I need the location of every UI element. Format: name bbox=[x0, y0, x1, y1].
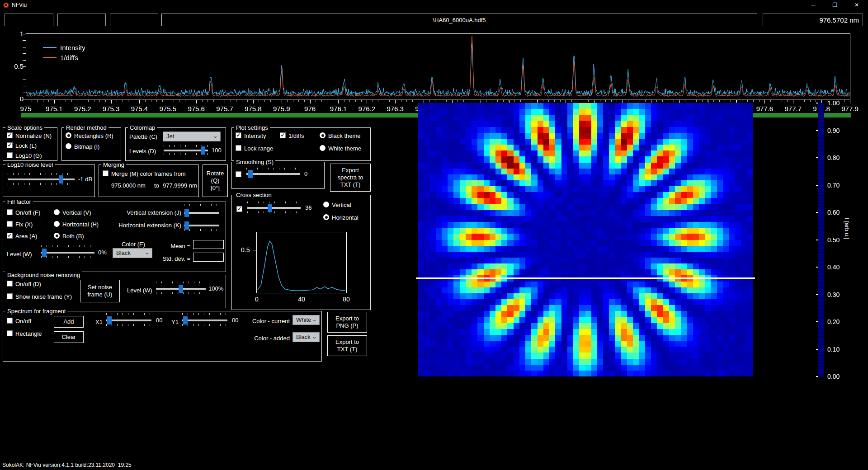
white-theme-radio[interactable] bbox=[320, 145, 326, 151]
cross-section-value: 36 bbox=[305, 204, 311, 211]
spectrum-xtick bbox=[367, 100, 367, 103]
fill-horizontal-radio[interactable] bbox=[54, 221, 60, 227]
export-spectra-button[interactable]: Export spectra to TXT (T) bbox=[330, 164, 371, 192]
fill-level-slider[interactable] bbox=[41, 252, 94, 254]
lock-checkbox[interactable]: ✓ bbox=[7, 142, 13, 148]
fill-fix-label: Fix (X) bbox=[15, 221, 33, 228]
spectrum-xtick bbox=[196, 100, 197, 103]
spectrum-ytick-05: 0.5 bbox=[8, 62, 24, 70]
bitmap-radio[interactable] bbox=[66, 143, 71, 149]
lock-label: Lock (L) bbox=[15, 142, 37, 149]
export-png-button[interactable]: Export to PNG (P) bbox=[327, 312, 367, 333]
horiz-ext-slider-thumb[interactable] bbox=[184, 221, 189, 230]
colorbar-tick bbox=[816, 321, 818, 322]
panel-scale-options: Scale options ✓ Normalize (N) ✓ Lock (L)… bbox=[3, 127, 57, 161]
color-added-label: Color - added bbox=[243, 335, 290, 342]
y1-slider[interactable] bbox=[182, 320, 227, 321]
panel-fragment: Spectrum for fragment On/off Rectangle A… bbox=[3, 311, 322, 362]
wavelength-field[interactable]: 976.5702 nm bbox=[763, 14, 863, 26]
top-field-2[interactable] bbox=[57, 14, 106, 26]
color-added-dropdown[interactable]: Black bbox=[292, 332, 320, 342]
panel-render-method: Render method Rectangles (R) Bitmap (I) bbox=[61, 127, 121, 161]
vert-ext-ticks bbox=[184, 204, 219, 206]
show-noise-frame-checkbox[interactable] bbox=[7, 293, 13, 299]
spectrum-ytick-1: 1 bbox=[13, 30, 24, 38]
fill-vertical-radio[interactable] bbox=[54, 209, 60, 215]
panel-cross-section-title: Cross section bbox=[234, 192, 274, 198]
cross-section-slider[interactable] bbox=[247, 207, 301, 209]
spectrum-plot-frame bbox=[26, 33, 850, 99]
log10-checkbox[interactable] bbox=[7, 152, 13, 158]
smoothing-slider[interactable] bbox=[246, 173, 300, 175]
top-field-3[interactable] bbox=[110, 14, 158, 26]
minimize-button[interactable]: ─ bbox=[803, 0, 824, 10]
spectrum-plot[interactable] bbox=[26, 34, 850, 99]
fill-level-slider-thumb[interactable] bbox=[42, 249, 47, 257]
merge-checkbox[interactable] bbox=[103, 170, 108, 176]
x1-slider[interactable] bbox=[106, 320, 151, 321]
export-txt-button[interactable]: Export to TXT (T) bbox=[327, 335, 367, 356]
bg-level-slider-thumb[interactable] bbox=[179, 285, 183, 293]
mean-field[interactable] bbox=[193, 240, 224, 249]
close-button[interactable]: ✕ bbox=[846, 0, 867, 10]
vert-ext-slider-thumb[interactable] bbox=[184, 209, 189, 217]
cross-section-line[interactable] bbox=[416, 277, 755, 279]
horiz-ext-label: Horizontal extension (K) bbox=[117, 222, 181, 229]
horiz-ext-slider[interactable] bbox=[184, 225, 219, 226]
log10-slider[interactable] bbox=[8, 179, 75, 180]
set-noise-frame-button[interactable]: Set noise frame (U) bbox=[80, 280, 120, 302]
fill-fix-checkbox[interactable] bbox=[7, 221, 13, 227]
spectrum-xtick bbox=[54, 100, 55, 103]
cross-vertical-radio[interactable] bbox=[323, 202, 329, 207]
black-theme-radio[interactable] bbox=[320, 132, 326, 138]
colorbar-label: 1.00 bbox=[827, 99, 840, 107]
rotate-button[interactable]: Rotate (Q) [0°] bbox=[203, 164, 228, 197]
clear-button[interactable]: Clear bbox=[54, 331, 84, 343]
fill-level-label: Level (W) bbox=[7, 251, 32, 258]
std-dev-field[interactable] bbox=[193, 253, 224, 262]
lock-range-checkbox[interactable] bbox=[236, 145, 241, 151]
colorbar-tick bbox=[816, 103, 818, 103]
maximize-button[interactable]: ❐ bbox=[825, 0, 845, 10]
vert-ext-slider[interactable] bbox=[184, 212, 219, 214]
cross-section-slider-thumb[interactable] bbox=[268, 204, 272, 212]
intensity-checkbox[interactable]: ✓ bbox=[236, 132, 241, 138]
cross-section-checkbox[interactable]: ✓ bbox=[236, 206, 242, 212]
smoothing-checkbox[interactable] bbox=[236, 171, 241, 177]
color-current-dropdown[interactable]: White bbox=[292, 315, 320, 325]
rectangles-radio[interactable] bbox=[66, 132, 71, 138]
fragment-rectangle-label: Rectangle bbox=[15, 330, 42, 337]
levels-slider-thumb[interactable] bbox=[201, 146, 205, 155]
cross-horizontal-radio[interactable] bbox=[323, 214, 329, 220]
smoothing-slider-thumb[interactable] bbox=[248, 170, 253, 178]
fill-both-label: Both (B) bbox=[62, 233, 84, 240]
fill-both-radio[interactable] bbox=[54, 233, 60, 239]
fill-level-value: 0% bbox=[98, 249, 107, 256]
rotate-button-line1: Rotate bbox=[207, 170, 224, 177]
log10-value: -1 dB bbox=[78, 176, 92, 183]
spectrum-xtick bbox=[139, 100, 140, 103]
diffs-checkbox[interactable]: ✓ bbox=[280, 132, 286, 138]
palette-dropdown[interactable]: Jet bbox=[163, 132, 221, 141]
normalize-checkbox[interactable]: ✓ bbox=[7, 132, 13, 138]
panel-log10-noise: Log10 noise level -1 dB bbox=[3, 164, 95, 197]
log10-slider-thumb[interactable] bbox=[59, 175, 63, 183]
normalize-label: Normalize (N) bbox=[15, 132, 52, 139]
vert-ext-label: Vertical extension (J) bbox=[117, 209, 181, 216]
mean-label: Mean = bbox=[160, 243, 190, 249]
fragment-onoff-checkbox[interactable] bbox=[7, 318, 13, 324]
add-button[interactable]: Add bbox=[54, 316, 84, 328]
heatmap[interactable] bbox=[418, 103, 753, 376]
x1-slider-thumb[interactable] bbox=[107, 316, 112, 324]
y1-slider-thumb[interactable] bbox=[183, 316, 188, 324]
fragment-rectangle-checkbox[interactable] bbox=[7, 330, 13, 336]
top-field-1[interactable] bbox=[5, 14, 53, 26]
file-name-field[interactable]: \HA60_6000uA.hdf5 bbox=[161, 14, 757, 26]
spectrum-xtick-label: 976 bbox=[304, 105, 316, 113]
fill-color-dropdown[interactable]: Black bbox=[113, 248, 152, 258]
panel-merging: Merging Merge (M) color frames from 975.… bbox=[99, 164, 199, 197]
fill-onoff-checkbox[interactable] bbox=[7, 209, 13, 215]
bg-onoff-checkbox[interactable] bbox=[7, 281, 13, 287]
colorbar-tick bbox=[816, 157, 818, 158]
fill-area-checkbox[interactable]: ✓ bbox=[7, 233, 13, 239]
